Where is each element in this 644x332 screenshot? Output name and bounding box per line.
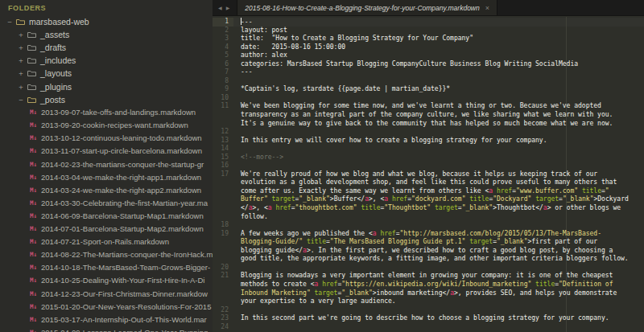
code-text: author: alex (233, 51, 287, 60)
line-number: 2 (213, 27, 233, 35)
code-line[interactable]: 3title: "How to Create a Blogging Strate… (213, 35, 644, 43)
tab-active[interactable]: 2015-08-16-How-to-Create-a-Blogging-Stra… (237, 0, 497, 15)
expand-icon[interactable]: + (16, 43, 26, 51)
file-row[interactable]: M↓2014-03-30-Celebrating-the-first-Marti… (0, 196, 213, 209)
expand-icon[interactable]: + (16, 69, 26, 77)
file-name-label: 2014-03-30-Celebrating-the-first-Martian… (41, 199, 208, 207)
expand-icon[interactable]: + (16, 31, 26, 39)
line-number: 21 (213, 272, 233, 281)
tab-scroll-right-icon[interactable]: ▶ (226, 5, 230, 10)
file-row[interactable]: M↓2014-10-25-Dealing-With-Your-First-Hir… (0, 274, 213, 287)
code-token: target (535, 195, 559, 203)
code-token: title (535, 281, 555, 288)
file-row[interactable]: M↓2015-01-20-Our-New-Years-Resolutions-F… (0, 300, 213, 313)
code-line[interactable]: 10 (213, 94, 644, 103)
code-line[interactable]: 15<!--more--> (213, 154, 644, 162)
folder-row-drafts[interactable]: +_drafts (0, 41, 213, 54)
folder-row-plugins[interactable]: +_plugins (0, 80, 213, 92)
code-line[interactable]: come after us. Exactly the same way we l… (213, 187, 644, 196)
code-text: your expertise to a very large audience. (233, 297, 396, 306)
file-name-label: 2014-07-01-Barcelona-Startup-Map2.markdo… (41, 224, 204, 233)
file-row[interactable]: M↓2014-03-24-we-make-the-right-app2.mark… (0, 183, 213, 196)
code-line[interactable]: 21Blogging is nowadays a very important … (213, 272, 644, 281)
tree-item-label: _posts (40, 95, 65, 105)
code-token: We've been blogging for some time now, a… (241, 102, 601, 109)
code-line[interactable]: follow. (213, 213, 644, 222)
code-line[interactable]: transparency as an integral part of the … (213, 111, 644, 120)
code-line[interactable]: 7--- (213, 68, 644, 77)
code-line[interactable]: 1--- (213, 18, 644, 27)
line-number: 18 (213, 221, 233, 230)
code-text: transparency as an integral part of the … (233, 111, 613, 120)
code-line[interactable]: 14 (213, 145, 644, 154)
code-line[interactable]: 6categories: MarsBased Startup Blogging … (213, 60, 644, 69)
expand-icon[interactable]: + (16, 83, 26, 91)
collapse-icon[interactable]: − (16, 96, 26, 104)
code-line[interactable]: Inbound Marketing" target="_blank">inbou… (213, 289, 644, 298)
code-line[interactable]: Blogging-Guide/" title="The MarsBased Bl… (213, 238, 644, 247)
code-line[interactable]: Buffer" target="_blank">Buffer</a>, <a h… (213, 195, 644, 204)
file-row[interactable]: M↓2014-06-09-Barcelona-Startup-Map1.mark… (0, 209, 213, 222)
folder-row-assets[interactable]: +_assets (0, 28, 213, 41)
code-line[interactable]: 11We've been blogging for some time now,… (213, 102, 644, 111)
code-line[interactable]: evolution as a global development shop, … (213, 178, 644, 187)
file-row[interactable]: M↓2014-03-04-we-make-the-right-app1.mark… (0, 170, 213, 183)
file-row[interactable]: M↓2014-07-01-Barcelona-Startup-Map2.mark… (0, 223, 213, 236)
code-line[interactable]: 12 (213, 128, 644, 137)
code-line[interactable]: good title, the appropriate keywords, a … (213, 255, 644, 264)
code-line[interactable]: 22 (213, 306, 644, 315)
code-line[interactable]: 9*Captain's log, stardate {{page.date | … (213, 85, 644, 94)
code-line[interactable]: 13In this entry we will cover how to cre… (213, 137, 644, 146)
code-text: *Captain's log, stardate {{page.date | m… (233, 85, 450, 94)
code-line[interactable]: blogging guide</a>. In the first part, w… (213, 247, 644, 256)
code-line[interactable]: 23In this second part we're going to des… (213, 314, 644, 323)
tree-item-label: _layouts (40, 68, 72, 78)
code-line[interactable]: methods to create <a href="https://en.wi… (213, 281, 644, 289)
folder-row-root[interactable]: −marsbased-web (0, 15, 213, 28)
file-row[interactable]: M↓2014-12-23-Our-First-Christmas-Dinner.… (0, 287, 213, 300)
code-line[interactable]: </a>, <a href="thoughtbot.com" title="Th… (213, 204, 644, 213)
file-row[interactable]: M↓2014-10-18-The-MarsBased-Team-Grows-Bi… (0, 261, 213, 274)
file-row[interactable]: M↓2014-07-21-Sport-on-Rails.markdown (0, 236, 213, 248)
file-name-label: 2015-04-09-Lessons-Learned-One-Year-Runn… (41, 328, 210, 332)
code-token: title (361, 204, 380, 211)
file-row[interactable]: M↓2013-10-12-continuous-leaning-todo.mar… (0, 132, 213, 145)
file-row[interactable]: M↓2014-08-22-The-Martians-conquer-the-Ir… (0, 248, 213, 261)
tree-item-label: _drafts (40, 43, 66, 52)
code-line[interactable]: 4date: 2015-08-16 15:00:00 (213, 43, 644, 52)
file-row[interactable]: M↓2015-03-17-An-Internship-Out-of-This-W… (0, 313, 213, 326)
code-token: date: 2015-08-16 15:00:00 (241, 43, 345, 51)
code-area[interactable]: 1---2layout: post3title: "How to Create … (213, 17, 644, 332)
expand-icon[interactable]: + (16, 56, 26, 64)
file-name-label: 2014-06-09-Barcelona-Startup-Map1.markdo… (41, 211, 204, 220)
code-line[interactable]: 2layout: post (213, 27, 644, 35)
file-name-label: 2014-10-18-The-MarsBased-Team-Grows-Bigg… (41, 263, 210, 272)
code-line[interactable]: 18 (213, 221, 644, 230)
code-line[interactable]: 8 (213, 77, 644, 86)
file-row[interactable]: M↓2013-09-07-take-offs-and-landings.mark… (0, 106, 213, 119)
file-row[interactable]: M↓2014-02-23-the-martians-conquer-the-st… (0, 158, 213, 170)
code-token: target (315, 289, 338, 297)
file-row[interactable]: M↓2013-09-20-cookin-recipes-want.markdow… (0, 119, 213, 132)
code-token: We're really proud of how we blog and wh… (241, 170, 597, 178)
folder-row-posts[interactable]: −_posts (0, 93, 213, 106)
code-line[interactable]: your expertise to a very large audience. (213, 297, 644, 306)
code-line[interactable]: 16 (213, 162, 644, 170)
code-line[interactable]: 20 (213, 264, 644, 273)
code-line[interactable]: 19A few weeks ago we published the <a hr… (213, 230, 644, 239)
tab-close-icon[interactable]: × (485, 4, 489, 12)
code-line[interactable]: 17We're really proud of how we blog and … (213, 170, 644, 179)
line-number: 20 (213, 264, 233, 273)
file-row[interactable]: M↓2015-04-09-Lessons-Learned-One-Year-Ru… (0, 326, 213, 332)
code-line[interactable]: 5author: alex (213, 51, 644, 60)
folder-row-includes[interactable]: +_includes (0, 54, 213, 67)
file-row[interactable]: M↓2013-11-07-start-up-circle-barcelona.m… (0, 145, 213, 158)
code-token: "https://en.wikipedia.org/wiki/Inbound_m… (341, 281, 531, 288)
code-line[interactable]: It's a genuine way to give back to the c… (213, 120, 644, 129)
code-token: target (469, 238, 493, 245)
folder-row-layouts[interactable]: +_layouts (0, 67, 213, 80)
collapse-icon[interactable]: − (5, 18, 14, 26)
tab-scroll-left-icon[interactable]: ◀ (218, 5, 222, 10)
code-line[interactable]: 24 (213, 323, 644, 332)
line-number: 4 (213, 43, 233, 52)
